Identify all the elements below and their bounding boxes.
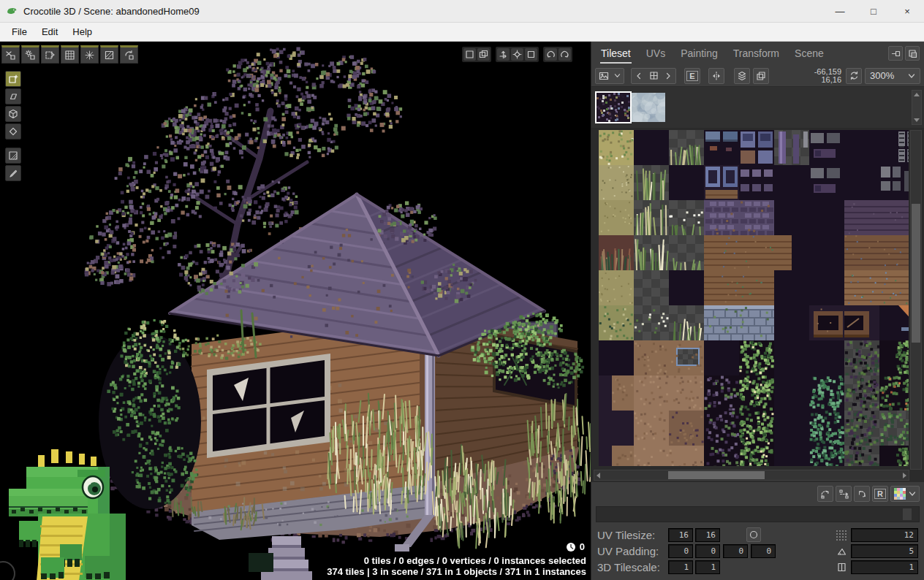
- tab-painting[interactable]: Painting: [680, 43, 719, 64]
- angle-icon: [836, 546, 847, 557]
- scene-status: 374 tiles | 3 in scene / 371 in 1 object…: [327, 566, 586, 577]
- scroll-right-arrow[interactable]: [903, 473, 906, 478]
- tileset-view[interactable]: [591, 129, 924, 482]
- uv-padding-3-field[interactable]: 0: [723, 544, 748, 558]
- chevron-down-icon: [908, 72, 915, 80]
- tab-scene[interactable]: Scene: [794, 43, 825, 64]
- rotate-tile-y-button[interactable]: [836, 486, 852, 502]
- tilescale-x-field[interactable]: 1: [668, 560, 693, 574]
- uv-padding-1-field[interactable]: 0: [668, 544, 693, 558]
- chevron-down-icon: [614, 72, 621, 79]
- refresh-button[interactable]: [846, 68, 862, 84]
- uv-tilesize-label: UV Tilesize:: [597, 529, 668, 541]
- tileset-nav-group: [631, 68, 676, 84]
- pin-panel-button[interactable]: [888, 46, 903, 61]
- menu-file[interactable]: File: [4, 24, 34, 39]
- uv-padding-2-field[interactable]: 0: [695, 544, 720, 558]
- flip-button[interactable]: [708, 68, 724, 84]
- uv-padding-4-field[interactable]: 0: [751, 544, 776, 558]
- add-tile-tool[interactable]: [5, 71, 21, 87]
- layers-button[interactable]: [734, 68, 750, 84]
- zoom-level: 300%: [870, 70, 894, 81]
- palette-icon: [894, 488, 906, 500]
- tile-paste-button[interactable]: [41, 45, 59, 64]
- menu-edit[interactable]: Edit: [34, 24, 65, 39]
- image-icon: [599, 71, 609, 81]
- scroll-left-arrow[interactable]: [597, 473, 600, 478]
- tileset-grid-button[interactable]: [646, 69, 661, 83]
- select-face-button[interactable]: [463, 48, 476, 61]
- tab-transform[interactable]: Transform: [732, 43, 780, 64]
- angle-snap-field[interactable]: 5: [851, 544, 918, 558]
- uv-tilesize-x-field[interactable]: 16: [668, 528, 693, 542]
- tile-pattern-button[interactable]: [61, 45, 79, 64]
- history-indicator: 0: [566, 541, 585, 552]
- translate-button[interactable]: [497, 48, 510, 61]
- menu-help[interactable]: Help: [65, 24, 99, 39]
- rotate-ccw-button[interactable]: [545, 48, 557, 61]
- primitive-toolbar: [5, 71, 21, 181]
- history-count: 0: [580, 541, 585, 552]
- pencil-tool[interactable]: [5, 165, 21, 181]
- vertical-scroll-thumb[interactable]: [912, 204, 920, 343]
- status-overlay: 0 tiles / 0 edges / 0 vertices / 0 insta…: [327, 555, 586, 577]
- rotate-tile-x-button[interactable]: [817, 486, 833, 502]
- rotate-cw-button[interactable]: [558, 48, 571, 61]
- uv-tilesize-y-field[interactable]: 16: [695, 528, 720, 542]
- pages-icon: [836, 562, 847, 573]
- layer-count-field[interactable]: 1: [851, 560, 918, 574]
- grid-dots-icon: [836, 529, 847, 541]
- sprite-tool[interactable]: [5, 148, 21, 164]
- horizontal-scroll-thumb[interactable]: [668, 471, 765, 479]
- quad-tool[interactable]: [5, 88, 21, 104]
- zoom-select[interactable]: 300%: [865, 68, 920, 84]
- diamond-tool[interactable]: [5, 123, 21, 140]
- minimize-button[interactable]: —: [823, 0, 857, 22]
- scale-button[interactable]: [511, 48, 523, 61]
- tab-tileset[interactable]: Tileset: [600, 43, 632, 64]
- tileset-vertical-scrollbar[interactable]: [910, 130, 922, 470]
- title-bar: Crocotile 3D / Scene: abandonedHome09 — …: [0, 0, 924, 23]
- tile-hatch-button[interactable]: [100, 45, 118, 64]
- tileset-horizontal-scrollbar[interactable]: [594, 470, 909, 481]
- reset-label: R: [874, 489, 886, 499]
- scene-viewport[interactable]: 0 0 tiles / 0 edges / 0 vertices / 0 ins…: [0, 42, 591, 580]
- tileset-thumbnail-1[interactable]: [597, 93, 630, 122]
- maximize-button[interactable]: □: [857, 0, 890, 22]
- menu-bar: File Edit Help: [0, 23, 924, 42]
- panel-tabs: Tileset UVs Painting Transform Scene: [591, 42, 924, 65]
- view-toolbar: [462, 47, 572, 62]
- tilescale-label: 3D Tilescale:: [597, 561, 668, 573]
- rotate-tile-z-button[interactable]: [854, 486, 870, 502]
- tilescale-y-field[interactable]: 1: [695, 560, 720, 574]
- tileset-image-menu-button[interactable]: [595, 68, 624, 84]
- cursor-coordinates: -66,159 16,16: [814, 68, 843, 84]
- tab-uvs[interactable]: UVs: [645, 43, 666, 64]
- close-button[interactable]: ×: [890, 0, 924, 22]
- scroll-up-arrow[interactable]: [914, 93, 920, 96]
- tileset-toolbar: E -66,159 16,16 300%: [591, 65, 924, 86]
- cube-tool[interactable]: [5, 106, 21, 122]
- uv-link-button[interactable]: [746, 527, 761, 542]
- tile-light-button[interactable]: [21, 45, 39, 64]
- bounds-button[interactable]: [525, 48, 537, 61]
- tile-rotate-button[interactable]: [120, 45, 138, 64]
- tileset-thumbnails: [591, 86, 924, 129]
- edit-tileset-button[interactable]: E: [684, 68, 700, 84]
- tile-burst-button[interactable]: [80, 45, 99, 64]
- prev-tileset-button[interactable]: [632, 69, 646, 83]
- tileset-settings: UV Tilesize: 16 16 12 UV Padding: 0 0 0 …: [591, 524, 924, 580]
- tileset-canvas[interactable]: [599, 130, 909, 466]
- thumbnail-scrollbar[interactable]: [912, 90, 922, 125]
- tile-cut-button[interactable]: [1, 45, 20, 64]
- scene-canvas[interactable]: [0, 42, 591, 580]
- dock-panel-button[interactable]: [905, 46, 920, 61]
- select-object-button[interactable]: [477, 48, 490, 61]
- tileset-thumbnail-2[interactable]: [632, 93, 665, 122]
- grid-size-field[interactable]: 12: [851, 528, 918, 542]
- scroll-down-arrow[interactable]: [914, 118, 920, 122]
- palette-menu-button[interactable]: [890, 486, 920, 502]
- next-tileset-button[interactable]: [661, 69, 675, 83]
- duplicate-button[interactable]: [753, 68, 769, 84]
- reset-rotation-button[interactable]: R: [872, 486, 888, 502]
